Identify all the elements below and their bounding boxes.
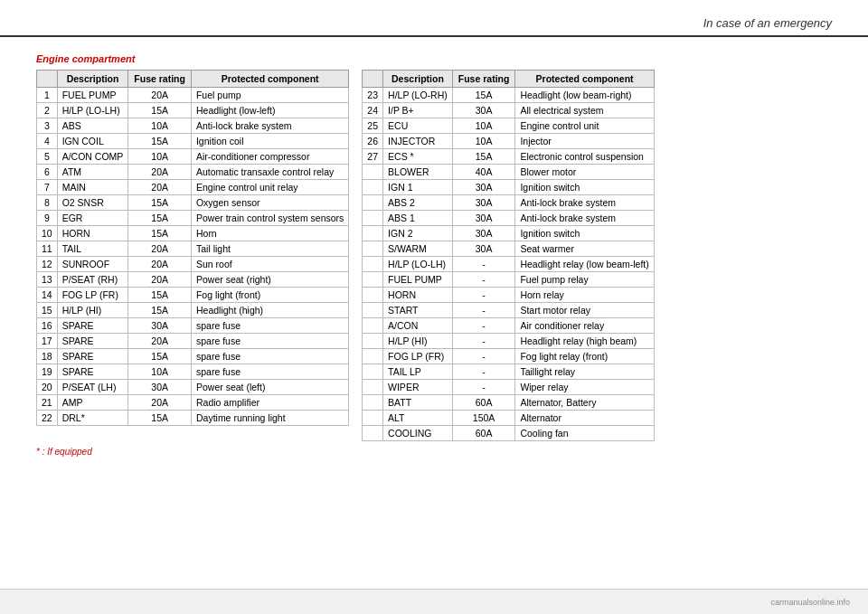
left-cell-0: 17 <box>37 334 58 349</box>
right-cell-2: - <box>452 318 515 334</box>
right-cell-2: 30A <box>452 211 515 226</box>
left-cell-1: TAIL <box>57 241 128 257</box>
table-row: BATT60AAlternator, Battery <box>363 395 654 411</box>
right-cell-0: 26 <box>363 134 383 149</box>
right-cell-1: INJECTOR <box>383 134 453 149</box>
right-cell-0 <box>363 334 383 349</box>
left-cell-1: FUEL PUMP <box>57 88 128 103</box>
left-fuse-table: Description Fuse rating Protected compon… <box>36 70 349 426</box>
table-row: 19SPARE10Aspare fuse <box>37 364 349 380</box>
right-cell-2: 60A <box>452 426 515 441</box>
right-cell-2: - <box>452 257 515 272</box>
left-cell-2: 30A <box>128 318 192 334</box>
left-cell-2: 10A <box>128 364 192 380</box>
table-row: A/CON-Air conditioner relay <box>363 318 654 334</box>
left-cell-3: Radio amplifier <box>191 395 348 411</box>
right-cell-3: Anti-lock brake system <box>515 211 654 226</box>
table-row: 4IGN COIL15AIgnition coil <box>37 134 349 149</box>
right-col-num <box>363 71 383 88</box>
right-cell-1: ALT <box>383 411 453 426</box>
table-row: 11TAIL20ATail light <box>37 241 349 257</box>
left-cell-3: Automatic transaxle control relay <box>191 165 348 180</box>
left-cell-0: 6 <box>37 165 58 180</box>
right-cell-0 <box>363 180 383 195</box>
right-cell-3: Electronic control suspension <box>515 149 654 165</box>
left-cell-2: 15A <box>128 226 192 241</box>
right-cell-3: Air conditioner relay <box>515 318 654 334</box>
left-cell-3: Daytime running light <box>191 411 348 426</box>
page-header: In case of an emergency <box>0 0 868 37</box>
left-cell-3: Power train control system sensors <box>191 211 348 226</box>
left-cell-3: Engine control unit relay <box>191 180 348 195</box>
left-cell-3: Fuel pump <box>191 88 348 103</box>
left-cell-1: HORN <box>57 226 128 241</box>
left-cell-1: SPARE <box>57 318 128 334</box>
left-cell-0: 16 <box>37 318 58 334</box>
table-row: IGN 230AIgnition switch <box>363 226 654 241</box>
right-cell-1: IGN 1 <box>383 180 453 195</box>
right-cell-0 <box>363 241 383 257</box>
table-row: 9EGR15APower train control system sensor… <box>37 211 349 226</box>
right-cell-2: - <box>452 349 515 364</box>
left-cell-3: Anti-lock brake system <box>191 118 348 134</box>
right-cell-3: Start motor relay <box>515 303 654 318</box>
left-cell-3: Sun roof <box>191 257 348 272</box>
right-cell-3: Injector <box>515 134 654 149</box>
right-col-desc: Description <box>383 71 453 88</box>
page-title: In case of an emergency <box>703 16 832 30</box>
right-cell-3: Alternator, Battery <box>515 395 654 411</box>
table-row: H/LP (LO-LH)-Headlight relay (low beam-l… <box>363 257 654 272</box>
right-fuse-table: Description Fuse rating Protected compon… <box>362 70 654 441</box>
table-row: ABS 230AAnti-lock brake system <box>363 195 654 211</box>
table-row: HORN-Horn relay <box>363 288 654 303</box>
table-row: IGN 130AIgnition switch <box>363 180 654 195</box>
left-col-num <box>37 71 58 88</box>
left-cell-2: 20A <box>128 257 192 272</box>
table-row: 26INJECTOR10AInjector <box>363 134 654 149</box>
left-cell-2: 20A <box>128 180 192 195</box>
left-cell-0: 14 <box>37 288 58 303</box>
right-cell-0: 24 <box>363 103 383 118</box>
right-col-fuse: Fuse rating <box>452 71 515 88</box>
table-row: 6ATM20AAutomatic transaxle control relay <box>37 165 349 180</box>
table-row: ABS 130AAnti-lock brake system <box>363 211 654 226</box>
table-row: 27ECS *15AElectronic control suspension <box>363 149 654 165</box>
left-cell-3: Tail light <box>191 241 348 257</box>
left-cell-1: H/LP (LO-LH) <box>57 103 128 118</box>
left-cell-1: EGR <box>57 211 128 226</box>
right-cell-3: Engine control unit <box>515 118 654 134</box>
left-cell-0: 15 <box>37 303 58 318</box>
table-row: 25ECU10AEngine control unit <box>363 118 654 134</box>
left-cell-3: Headlight (low-left) <box>191 103 348 118</box>
left-cell-0: 4 <box>37 134 58 149</box>
left-cell-1: O2 SNSR <box>57 195 128 211</box>
left-cell-1: H/LP (HI) <box>57 303 128 318</box>
right-cell-0 <box>363 318 383 334</box>
right-cell-2: - <box>452 364 515 380</box>
table-row: FOG LP (FR)-Fog light relay (front) <box>363 349 654 364</box>
right-cell-3: Ignition switch <box>515 226 654 241</box>
right-cell-2: - <box>452 380 515 395</box>
right-cell-2: - <box>452 334 515 349</box>
right-cell-2: 30A <box>452 226 515 241</box>
right-cell-2: 60A <box>452 395 515 411</box>
right-cell-0 <box>363 303 383 318</box>
table-row: BLOWER40ABlower motor <box>363 165 654 180</box>
left-cell-3: spare fuse <box>191 334 348 349</box>
right-cell-0 <box>363 211 383 226</box>
right-cell-1: ECS * <box>383 149 453 165</box>
right-cell-2: - <box>452 272 515 288</box>
left-cell-1: IGN COIL <box>57 134 128 149</box>
left-cell-1: DRL* <box>57 411 128 426</box>
right-cell-1: H/LP (LO-RH) <box>383 88 453 103</box>
left-cell-2: 15A <box>128 411 192 426</box>
right-cell-2: 30A <box>452 180 515 195</box>
left-cell-2: 15A <box>128 195 192 211</box>
right-cell-3: Cooling fan <box>515 426 654 441</box>
table-row: S/WARM30ASeat warmer <box>363 241 654 257</box>
right-cell-2: 30A <box>452 103 515 118</box>
left-cell-1: FOG LP (FR) <box>57 288 128 303</box>
left-cell-2: 15A <box>128 288 192 303</box>
right-cell-0: 27 <box>363 149 383 165</box>
right-cell-0 <box>363 380 383 395</box>
